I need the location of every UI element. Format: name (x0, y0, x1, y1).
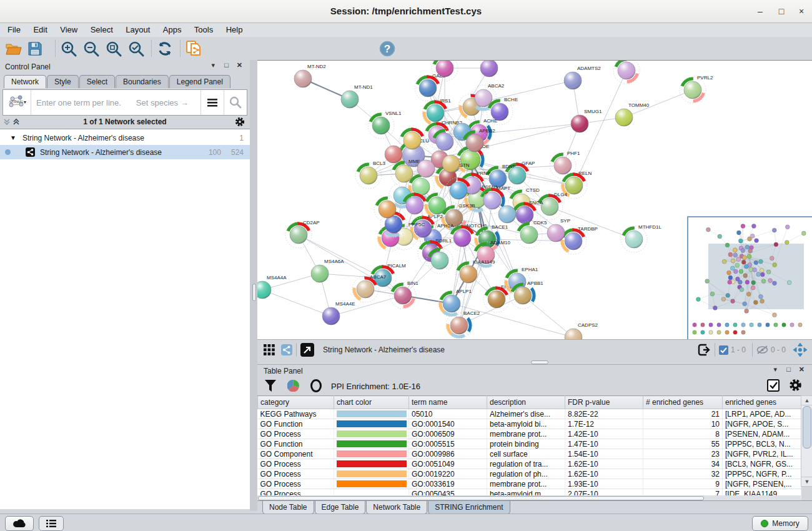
table-cell[interactable]: 1.47E-10 (565, 439, 643, 449)
menu-item-apps[interactable]: Apps (158, 23, 187, 34)
close-button[interactable]: × (795, 5, 808, 17)
close-panel-icon[interactable]: ✕ (799, 365, 805, 374)
protein-node[interactable]: CDK5 (515, 220, 547, 249)
tab-legend-panel[interactable]: Legend Panel (169, 75, 230, 88)
vertical-splitter[interactable] (250, 60, 257, 511)
table-cell[interactable]: GO Process (258, 429, 334, 439)
protein-node[interactable] (385, 146, 402, 163)
splitter-handle[interactable] (252, 284, 256, 301)
network-from-clipboard-button[interactable] (185, 40, 202, 57)
table-cell[interactable]: cell surface (487, 449, 565, 459)
float-panel-icon[interactable]: □ (224, 61, 229, 69)
tab-select[interactable]: Select (79, 75, 115, 88)
table-cell[interactable]: 23 (643, 449, 723, 459)
save-session-button[interactable] (26, 40, 44, 57)
enrichment-table[interactable]: category chart color term name descripti… (257, 395, 801, 499)
menu-item-layout[interactable]: Layout (121, 23, 155, 34)
table-cell[interactable]: [NGFR, PVRL2, IL... (723, 449, 801, 459)
menu-item-help[interactable]: Help (221, 23, 248, 34)
tab-style[interactable]: Style (47, 75, 79, 88)
table-cell[interactable]: GO:0001540 (409, 419, 487, 429)
panel-menu-icon[interactable]: ▾ (211, 61, 215, 69)
query-options-button[interactable] (201, 91, 224, 114)
protein-node[interactable]: DLG4 (535, 192, 568, 221)
zoom-selected-button[interactable] (127, 40, 145, 57)
protein-node[interactable]: MT-ND2 (294, 64, 326, 87)
protein-node[interactable] (498, 206, 516, 223)
table-cell[interactable]: 1.93E-10 (565, 479, 643, 489)
table-cell[interactable]: GO:0009986 (409, 449, 487, 459)
refresh-button[interactable] (156, 40, 174, 57)
filter-icon[interactable] (265, 380, 276, 392)
zoom-fit-button[interactable] (105, 40, 122, 57)
chart-color-cell[interactable] (334, 439, 409, 449)
table-cell[interactable]: [PPP5C, NGFR, P... (723, 469, 801, 479)
table-cell[interactable]: 32 (643, 469, 723, 479)
table-cell[interactable]: Alzheimer's dise... (487, 409, 565, 419)
protein-node[interactable]: ABCA7 (350, 274, 387, 304)
network-canvas[interactable]: MT-ND2MT-ND1VSNL1GAB2ADAMTS2PVRL2SMUG1TO… (257, 60, 812, 340)
col-enriched-genes[interactable]: enriched genes (723, 396, 801, 409)
table-cell[interactable]: 1.42E-10 (565, 429, 643, 439)
table-cell[interactable]: GO Process (258, 459, 334, 469)
birds-eye-overview[interactable] (687, 216, 812, 340)
tab-network[interactable]: Network (4, 75, 46, 88)
string-protein-query-dropdown[interactable]: STRING (3, 91, 31, 114)
protein-node[interactable]: VSNL1 (367, 111, 402, 140)
cloud-tasks-button[interactable] (5, 516, 34, 531)
settings-gear-icon[interactable] (789, 379, 802, 392)
tab-string-enrichment[interactable]: STRING Enrichment (428, 501, 510, 514)
float-panel-icon[interactable]: □ (786, 365, 791, 373)
table-cell[interactable]: GO Process (258, 469, 334, 479)
table-cell[interactable]: membrane prot... (487, 479, 565, 489)
table-cell[interactable]: 34 (643, 459, 723, 469)
protein-node[interactable]: MS4A6A (311, 259, 344, 282)
col-description[interactable]: description (487, 396, 565, 409)
protein-node[interactable]: MS4A4E (322, 301, 355, 325)
chart-color-cell[interactable] (334, 429, 409, 439)
chart-color-cell[interactable] (334, 409, 409, 419)
table-cell[interactable]: regulation of ph... (487, 469, 565, 479)
tab-node-table[interactable]: Node Table (262, 501, 314, 514)
table-cell[interactable]: 21 (643, 409, 723, 419)
tab-edge-table[interactable]: Edge Table (315, 501, 366, 514)
protein-node[interactable] (417, 160, 435, 177)
table-vertical-scrollbar[interactable]: ▲ ▼ (801, 395, 812, 487)
zoom-in-button[interactable] (60, 40, 77, 57)
protein-node[interactable]: MS4A4A (257, 275, 287, 299)
table-cell[interactable]: 1.54E-10 (565, 449, 643, 459)
table-row[interactable]: GO FunctionGO:0005515protein binding1.47… (258, 439, 801, 449)
scroll-up-arrow[interactable]: ▲ (801, 396, 812, 405)
select-all-checkbox-icon[interactable] (767, 379, 780, 392)
protein-node[interactable]: MT-ND1 (341, 84, 373, 108)
table-row[interactable]: GO ComponentGO:0009986cell surface1.54E-… (258, 449, 801, 459)
table-cell[interactable]: 10 (643, 419, 723, 429)
panel-menu-icon[interactable]: ▾ (773, 365, 777, 374)
table-cell[interactable]: GO Component (258, 449, 334, 459)
table-cell[interactable]: [LRP1, APOE, AD... (723, 409, 801, 419)
protein-node[interactable]: CD2AP (284, 220, 320, 249)
col-enriched-count[interactable]: # enriched genes (643, 396, 723, 409)
string-search-button[interactable] (224, 91, 247, 114)
edge[interactable] (262, 290, 331, 316)
table-cell[interactable]: GO Function (258, 419, 334, 429)
tab-boundaries[interactable]: Boundaries (116, 75, 169, 88)
menu-item-tools[interactable]: Tools (189, 23, 218, 34)
table-cell[interactable]: protein binding (487, 439, 565, 449)
minimize-button[interactable]: – (753, 5, 767, 17)
pan-mode-button[interactable] (793, 343, 807, 357)
table-cell[interactable]: [NGFR, PSENEN,... (723, 479, 801, 489)
menu-item-file[interactable]: File (2, 23, 26, 34)
col-category[interactable]: category (258, 396, 334, 409)
table-row[interactable]: KEGG Pathways05010Alzheimer's dise...8.8… (258, 409, 801, 419)
menu-item-view[interactable]: View (55, 23, 82, 34)
table-cell[interactable]: [BCL3, NGFR, GS... (723, 459, 801, 469)
col-term-name[interactable]: term name (409, 396, 487, 409)
table-cell[interactable]: 1.62E-10 (565, 459, 643, 469)
table-cell[interactable]: regulation of tra... (487, 459, 565, 469)
table-row[interactable]: GO ProcessGO:0051049regulation of tra...… (258, 459, 801, 469)
table-cell[interactable]: 9 (643, 479, 723, 489)
table-row[interactable]: GO ProcessGO:0006509membrane prot...1.42… (258, 429, 801, 439)
table-row[interactable]: GO ProcessGO:0033619membrane prot...1.93… (258, 479, 801, 489)
table-horizontal-scrollbar[interactable] (257, 495, 801, 500)
